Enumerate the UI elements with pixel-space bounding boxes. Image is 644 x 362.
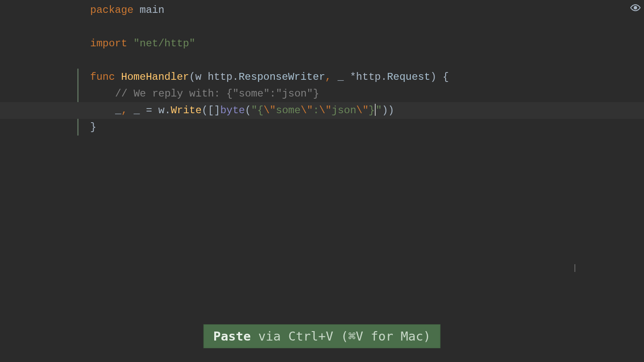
string-literal: "net/http" (134, 38, 195, 49)
toast-text: via Ctrl+V (⌘V for Mac) (251, 329, 431, 344)
keyword: import (90, 38, 127, 49)
type-name: ResponseWriter (239, 71, 325, 83)
code-line: // We reply with: {"some":"json"} (0, 85, 644, 102)
keyword: func (90, 71, 115, 83)
code-line-blank (0, 52, 644, 69)
builtin-type: byte (220, 105, 245, 116)
code-line: } (0, 119, 644, 136)
identifier: main (140, 4, 164, 16)
comment: // We reply with: {"some":"json"} (115, 88, 319, 100)
method-name: Write (171, 105, 202, 116)
code-line: func HomeHandler(w http.ResponseWriter, … (0, 69, 644, 85)
toast-action: Paste (213, 329, 251, 344)
hint-toast: Paste via Ctrl+V (⌘V for Mac) (204, 324, 440, 348)
func-name: HomeHandler (121, 71, 189, 83)
code-editor[interactable]: package main import "net/http" func Home… (0, 0, 644, 362)
svg-point-0 (634, 6, 637, 9)
keyword: package (90, 4, 134, 16)
secondary-caret (574, 264, 575, 272)
code-line: package main (0, 2, 644, 18)
code-line-active: _, _ = w.Write([]byte("{\"some\":\"json\… (0, 102, 644, 119)
type-name: Request (387, 71, 430, 83)
eye-icon[interactable] (630, 3, 641, 13)
code-line-blank (0, 18, 644, 35)
code-line: import "net/http" (0, 35, 644, 52)
